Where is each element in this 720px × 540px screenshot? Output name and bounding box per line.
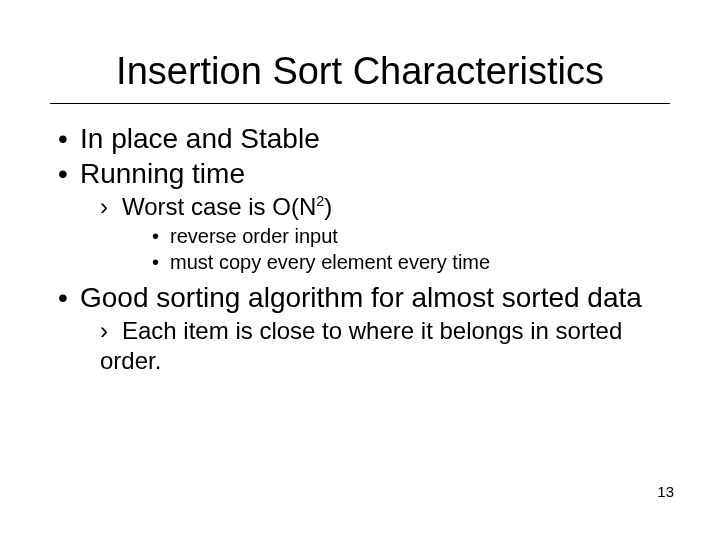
subsub-text: must copy every element every time bbox=[170, 251, 490, 273]
sub-item: Each item is close to where it belongs i… bbox=[100, 316, 670, 376]
bullet-text: In place and Stable bbox=[80, 123, 320, 154]
bullet-text: Running time bbox=[80, 158, 245, 189]
bullet-item: Running time Worst case is O(N2) reverse… bbox=[58, 157, 670, 275]
bullet-text: Good sorting algorithm for almost sorted… bbox=[80, 282, 642, 313]
subsub-list: reverse order input must copy every elem… bbox=[152, 224, 670, 275]
subsub-text: reverse order input bbox=[170, 225, 338, 247]
bullet-item: Good sorting algorithm for almost sorted… bbox=[58, 281, 670, 376]
text-part: Worst case is O(N bbox=[122, 193, 316, 220]
title-rule bbox=[50, 103, 670, 104]
subsub-item: must copy every element every time bbox=[152, 250, 670, 276]
page-number: 13 bbox=[657, 483, 674, 500]
bullet-item: In place and Stable bbox=[58, 122, 670, 155]
sub-text: Worst case is O(N2) bbox=[122, 193, 332, 220]
subsub-item: reverse order input bbox=[152, 224, 670, 250]
slide: Insertion Sort Characteristics In place … bbox=[0, 0, 720, 540]
sub-list: Worst case is O(N2) reverse order input … bbox=[100, 192, 670, 275]
text-part: ) bbox=[324, 193, 332, 220]
sub-text: Each item is close to where it belongs i… bbox=[100, 317, 622, 374]
sub-list: Each item is close to where it belongs i… bbox=[100, 316, 670, 376]
bullet-list: In place and Stable Running time Worst c… bbox=[58, 122, 670, 376]
slide-title: Insertion Sort Characteristics bbox=[50, 50, 670, 93]
sub-item: Worst case is O(N2) reverse order input … bbox=[100, 192, 670, 275]
